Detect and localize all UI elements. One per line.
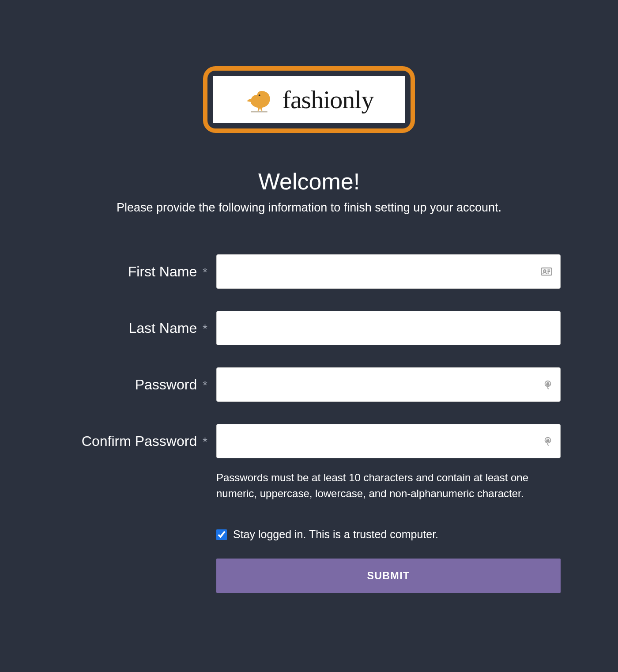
key-icon	[543, 380, 553, 389]
svg-point-0	[258, 94, 260, 96]
spacer	[57, 559, 216, 593]
submit-row: SUBMIT	[57, 559, 561, 593]
svg-point-3	[543, 270, 546, 272]
confirm-password-label-text: Confirm Password	[82, 433, 197, 449]
required-mark: *	[203, 378, 207, 392]
svg-rect-10	[546, 440, 549, 442]
password-label: Password *	[57, 377, 216, 393]
logo-text: fashionly	[283, 85, 374, 114]
password-input[interactable]	[216, 367, 561, 402]
page-subtitle: Please provide the following information…	[57, 201, 561, 215]
first-name-input[interactable]	[216, 254, 561, 289]
confirm-password-input[interactable]	[216, 424, 561, 458]
required-mark: *	[203, 322, 207, 336]
key-icon	[543, 436, 553, 446]
spacer	[57, 470, 216, 502]
signup-form: First Name * Last	[57, 254, 561, 593]
last-name-label: Last Name *	[57, 320, 216, 336]
password-input-wrap	[216, 367, 561, 402]
bird-icon	[245, 87, 275, 113]
password-row: Password *	[57, 367, 561, 402]
password-label-text: Password	[135, 377, 197, 393]
stay-logged-in-wrap: Stay logged in. This is a trusted comput…	[216, 528, 561, 541]
required-mark: *	[203, 265, 207, 279]
stay-logged-in-label[interactable]: Stay logged in. This is a trusted comput…	[233, 528, 438, 541]
first-name-label: First Name *	[57, 264, 216, 280]
logo: fashionly	[213, 76, 405, 123]
stay-logged-in-checkbox[interactable]	[216, 529, 227, 540]
first-name-label-text: First Name	[128, 264, 197, 279]
confirm-password-input-wrap	[216, 424, 561, 458]
last-name-row: Last Name *	[57, 311, 561, 345]
last-name-input-wrap	[216, 311, 561, 345]
first-name-input-wrap	[216, 254, 561, 289]
page-title: Welcome!	[57, 168, 561, 195]
submit-button[interactable]: SUBMIT	[216, 559, 561, 593]
stay-logged-in-row: Stay logged in. This is a trusted comput…	[57, 528, 561, 541]
logo-frame: fashionly	[203, 66, 415, 133]
last-name-input[interactable]	[216, 311, 561, 345]
last-name-label-text: Last Name	[128, 320, 197, 336]
required-mark: *	[203, 435, 207, 449]
confirm-password-row: Confirm Password *	[57, 424, 561, 458]
first-name-row: First Name *	[57, 254, 561, 289]
id-card-icon	[540, 265, 553, 278]
confirm-password-label: Confirm Password *	[57, 433, 216, 449]
svg-rect-8	[546, 384, 549, 385]
password-hint: Passwords must be at least 10 characters…	[216, 470, 561, 502]
signup-container: fashionly Welcome! Please provide the fo…	[57, 0, 561, 593]
password-hint-row: Passwords must be at least 10 characters…	[57, 470, 561, 502]
spacer	[57, 528, 216, 541]
